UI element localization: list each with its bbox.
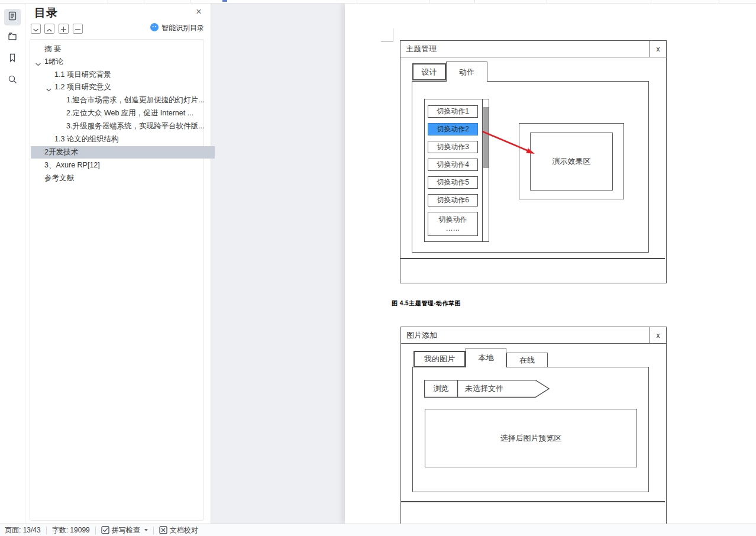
ribbon-divider	[108, 0, 108, 3]
demo-area-label: 演示效果区	[553, 156, 591, 167]
toc-item-selected[interactable]: 2开发技术	[31, 146, 215, 159]
toc-item[interactable]: 3、Axure RP[12]	[31, 159, 215, 172]
toc-item-label: 1.3 论文的组织结构	[54, 134, 118, 144]
plus-icon	[61, 24, 66, 34]
wireframe-action-button: 切换动作6	[428, 194, 478, 206]
wireframe-action-list: 切换动作1 切换动作2 切换动作3 切换动作4 切换动作5 切换动作6 切换动作…	[424, 99, 489, 242]
smart-toc-label: 智能识别目录	[161, 23, 204, 33]
action-label: 切换动作1	[437, 106, 469, 117]
ribbon-divider	[190, 0, 190, 3]
search-pane-button[interactable]	[4, 72, 21, 89]
annotation-icon	[7, 31, 18, 44]
action-label: 切换动作5	[437, 177, 469, 188]
status-divider	[95, 527, 96, 534]
ribbon-divider	[651, 0, 651, 3]
toc-expand-down-button[interactable]	[31, 24, 41, 34]
wireframe-footer-separator	[401, 501, 665, 502]
wireframe-action-button: 切换动作3	[428, 141, 478, 153]
toc-item-label: 1.1 项目研究背景	[54, 70, 111, 80]
side-toolbar	[0, 4, 25, 524]
toc-item[interactable]: 1.2 项目研究意义	[31, 81, 225, 93]
spell-check-label: 拼写检查	[112, 525, 140, 535]
wireframe-action-button: 切换动作1	[428, 105, 478, 118]
word-count: 字数: 19099	[52, 525, 90, 535]
wireframe-action-button-selected: 切换动作2	[428, 123, 478, 135]
wireframe-scrollbar-thumb	[483, 107, 489, 168]
tab-label: 在线	[519, 355, 535, 366]
ribbon-divider	[357, 0, 357, 3]
tab-label: 动作	[459, 67, 474, 78]
toc-item-label: 1.2 项目研究意义	[54, 82, 111, 92]
wireframe-action-button: 切换动作4	[428, 159, 478, 171]
wireframe-footer-separator	[400, 258, 665, 259]
toc-collapse-up-button[interactable]	[44, 24, 54, 34]
chevron-down-icon[interactable]	[35, 60, 41, 68]
toc-item-label: 2开发技术	[44, 147, 78, 157]
toc-panel-title: 目录	[34, 5, 58, 21]
ribbon-divider	[474, 0, 475, 3]
smart-toc-button[interactable]: 智能识别目录	[150, 22, 204, 33]
tab-label: 我的图片	[424, 354, 455, 364]
toc-collapse-all-button[interactable]	[73, 24, 83, 34]
file-status-text: 未选择文件	[465, 383, 503, 394]
proofread-label: 文档校对	[170, 525, 198, 535]
toc-item[interactable]: 3.升级服务器端系统，实现跨平台软件版...	[31, 120, 237, 133]
toc-close-button[interactable]: ×	[193, 6, 205, 18]
ribbon-divider	[719, 0, 719, 3]
ribbon-bottom-edge	[0, 0, 756, 4]
toc-item-label: 3、Axure RP[12]	[44, 160, 100, 170]
spell-check-toggle[interactable]: 拼写检查	[101, 525, 148, 535]
toc-panel: 目录 × 智能识别目录 摘 要 1绪论 1.1 项目研究背景	[25, 4, 211, 524]
toc-item[interactable]: 1.1 项目研究背景	[31, 69, 225, 81]
minus-icon	[75, 24, 80, 34]
wireframe-action-button: 切换动作5	[428, 176, 478, 189]
action-label: 切换动作	[439, 215, 467, 224]
ribbon-highlight-tick	[222, 0, 227, 2]
bookmark-pane-button[interactable]	[4, 51, 21, 67]
chevron-down-icon	[33, 24, 38, 34]
search-icon	[7, 74, 18, 87]
ellipsis-label: ……	[446, 224, 460, 233]
toc-item[interactable]: 参考文献	[31, 172, 215, 185]
wireframe-preview-box: 选择后图片预览区	[425, 409, 637, 467]
toc-item[interactable]: 1绪论	[31, 56, 215, 68]
action-label: 切换动作6	[437, 195, 469, 205]
wireframe-browse-button: 浏览	[424, 380, 458, 398]
wireframe-tab-design: 设计	[412, 63, 446, 80]
dialog-title-text: 主题管理	[406, 44, 437, 54]
caret-down-icon	[144, 529, 148, 531]
wireframe-tab-content-panel: 浏览 未选择文件 选择后图片预览区	[412, 367, 649, 492]
toc-pane-button[interactable]	[4, 9, 21, 25]
toc-item-label: 2.定位大众 Web 应用，促进 Internet ...	[66, 108, 193, 118]
toc-item-label: 1.迎合市场需求，创造更加便捷的幻灯片...	[66, 95, 204, 105]
text-boundary-mark	[393, 28, 393, 41]
bookmark-icon	[7, 53, 18, 66]
annotation-pane-button[interactable]	[4, 30, 21, 46]
wireframe-tab-online: 在线	[506, 353, 548, 367]
ribbon-divider	[429, 0, 429, 3]
proofread-icon	[159, 526, 167, 534]
ai-robot-icon	[150, 23, 159, 33]
proofread-toggle[interactable]: 文档校对	[159, 525, 198, 535]
wireframe-tab-my-images: 我的图片	[413, 351, 466, 367]
checkbox-checked-icon	[101, 526, 109, 534]
toc-item[interactable]: 2.定位大众 Web 应用，促进 Internet ...	[31, 107, 237, 120]
toc-item[interactable]: 摘 要	[31, 43, 215, 56]
ribbon-divider	[144, 0, 144, 3]
toc-expand-all-button[interactable]	[59, 24, 69, 34]
wireframe-action-more-button: 切换动作 ……	[428, 212, 478, 236]
chevron-down-icon[interactable]	[46, 85, 51, 93]
status-divider	[46, 527, 47, 534]
ribbon-divider	[547, 0, 547, 3]
wireframe-close-x: x	[650, 327, 666, 344]
wireframe-scrollbar-track	[482, 99, 483, 241]
wireframe-demo-inner-box: 演示效果区	[530, 133, 613, 190]
action-label: 切换动作3	[437, 142, 469, 152]
toc-item-label: 参考文献	[44, 173, 74, 183]
toc-item[interactable]: 1.3 论文的组织结构	[31, 133, 225, 146]
toc-item-label: 3.升级服务器端系统，实现跨平台软件版...	[66, 121, 204, 131]
wireframe-tab-content-panel: 切换动作1 切换动作2 切换动作3 切换动作4 切换动作5 切换动作6 切换动作…	[412, 81, 649, 253]
app-window: 目录 × 智能识别目录 摘 要 1绪论 1.1 项目研究背景	[0, 0, 756, 536]
toc-item[interactable]: 1.迎合市场需求，创造更加便捷的幻灯片...	[31, 94, 237, 106]
chevron-up-icon	[47, 24, 52, 34]
